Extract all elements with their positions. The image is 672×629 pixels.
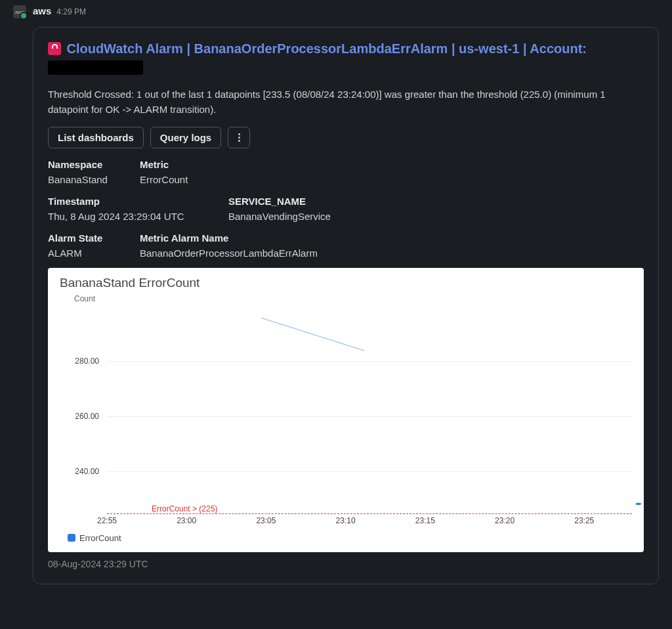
x-axis: 22:5523:0023:0523:1023:1523:2023:25	[107, 516, 632, 529]
service-name-value: BananaVendingService	[228, 211, 644, 222]
svg-point-0	[635, 502, 641, 504]
button-row: List dashboards Query logs	[48, 127, 644, 148]
fields-row-3: Alarm State Metric Alarm Name ALARM Bana…	[48, 232, 644, 259]
alarm-attachment: CloudWatch Alarm | BananaOrderProcessorL…	[33, 27, 659, 584]
fields-row-2: Timestamp SERVICE_NAME Thu, 8 Aug 2024 2…	[48, 196, 644, 222]
metric-alarm-name-label: Metric Alarm Name	[140, 232, 644, 244]
alarm-state-label: Alarm State	[48, 232, 140, 244]
service-name-label: SERVICE_NAME	[228, 196, 644, 207]
message-header: aws 4:29 PM	[33, 5, 659, 16]
alarm-title-row: CloudWatch Alarm | BananaOrderProcessorL…	[48, 39, 644, 75]
chart: BananaStand ErrorCount Count 240.00260.0…	[48, 268, 644, 552]
namespace-value: BananaStand	[48, 174, 140, 185]
chart-ylabel: Count	[74, 294, 632, 303]
legend-swatch-icon	[68, 534, 75, 542]
metric-label: Metric	[140, 159, 644, 170]
list-dashboards-button[interactable]: List dashboards	[48, 127, 144, 148]
redacted-account	[48, 60, 143, 75]
slack-message: aws aws 4:29 PM CloudWatch Alarm | Banan…	[0, 0, 672, 584]
timestamp-label: Timestamp	[48, 196, 228, 207]
message-timestamp[interactable]: 4:29 PM	[56, 7, 86, 16]
alarm-state-value: ALARM	[48, 248, 140, 259]
chart-title: BananaStand ErrorCount	[60, 276, 632, 290]
metric-value: ErrorCount	[140, 174, 644, 185]
timestamp-value: Thu, 8 Aug 2024 23:29:04 UTC	[48, 211, 228, 222]
metric-alarm-name-value: BananaOrderProcessorLambdaErrAlarm	[140, 248, 644, 259]
more-actions-button[interactable]	[228, 127, 250, 148]
message-body: aws 4:29 PM CloudWatch Alarm | BananaOrd…	[33, 5, 659, 584]
vertical-dots-icon	[238, 137, 240, 139]
y-axis: 240.00260.00280.00	[66, 306, 102, 513]
attachment-footer-timestamp: 08-Aug-2024 23:29 UTC	[48, 559, 644, 569]
rotating-light-icon	[48, 42, 61, 55]
alarm-title-link[interactable]: CloudWatch Alarm | BananaOrderProcessorL…	[66, 41, 587, 56]
username[interactable]: aws	[33, 5, 51, 16]
chart-plot: 240.00260.00280.00 22:5523:0023:0523:102…	[66, 306, 632, 529]
namespace-label: Namespace	[48, 159, 140, 170]
query-logs-button[interactable]: Query logs	[150, 127, 221, 148]
chart-lines	[107, 306, 672, 529]
avatar[interactable]: aws	[13, 5, 26, 18]
legend-label: ErrorCount	[79, 533, 121, 543]
fields-row-1: Namespace Metric BananaStand ErrorCount	[48, 159, 644, 185]
chart-legend: ErrorCount	[68, 533, 632, 543]
alarm-description: Threshold Crossed: 1 out of the last 1 d…	[48, 87, 644, 118]
